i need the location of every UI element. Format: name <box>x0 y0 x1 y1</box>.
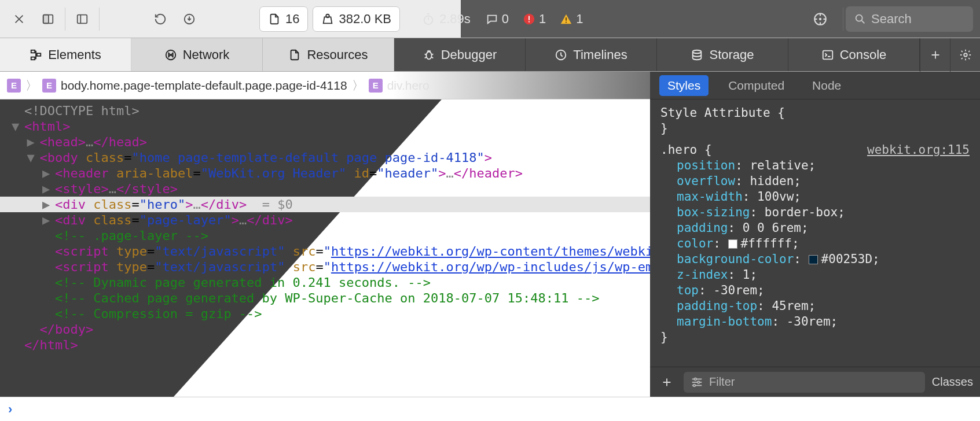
element-badge-icon[interactable]: E <box>369 79 383 93</box>
dom-node-header[interactable]: ▶<header aria-label="WebKit.org Header" … <box>0 165 650 181</box>
elements-icon <box>30 49 42 61</box>
search-input[interactable]: Search <box>846 6 973 32</box>
dom-node-body[interactable]: ▼<body class="home page-template-default… <box>0 150 650 165</box>
css-declaration[interactable]: max-width: 100vw; <box>660 189 970 205</box>
svg-point-28 <box>698 381 700 383</box>
tab-console[interactable]: Console <box>788 38 920 71</box>
svg-point-21 <box>693 50 702 53</box>
breadcrumb-div[interactable]: div.hero <box>387 79 430 93</box>
network-icon <box>164 49 177 61</box>
dom-tree[interactable]: <!DOCTYPE html> ▼<html> ▶<head>…</head> … <box>0 99 650 397</box>
chevron-right-icon: 〉 <box>352 77 364 94</box>
styles-tab-styles[interactable]: Styles <box>659 75 709 96</box>
css-declaration[interactable]: position: relative; <box>660 158 970 173</box>
svg-point-29 <box>693 384 696 386</box>
message-icon <box>486 13 498 25</box>
settings-button[interactable] <box>950 38 980 72</box>
errors-badge[interactable]: 1 <box>516 12 553 27</box>
tab-network[interactable]: Network <box>131 38 263 71</box>
document-icon <box>268 13 281 25</box>
top-toolbar: 16 382.0 KB 2.89s 0 1 1 Search <box>0 0 980 38</box>
svg-rect-17 <box>37 53 41 56</box>
styles-sidebar: Styles Computed Node Style Attribute { }… <box>650 99 980 397</box>
element-badge-icon[interactable]: E <box>42 79 56 93</box>
toggle-left-sidebar-button[interactable] <box>68 6 97 32</box>
svg-point-13 <box>820 18 821 19</box>
search-placeholder: Search <box>871 12 912 27</box>
warning-icon <box>560 13 572 25</box>
tab-resources[interactable]: Resources <box>263 38 394 71</box>
tab-debugger[interactable]: Debugger <box>394 38 526 71</box>
tab-timelines[interactable]: Timelines <box>526 38 657 71</box>
css-declaration[interactable]: overflow: hidden; <box>660 173 970 189</box>
dom-node-pagelayer[interactable]: ▶<div class="page-layer">…</div> <box>0 212 650 228</box>
load-time-value: 2.89s <box>439 12 471 27</box>
element-badge-icon[interactable]: E <box>7 79 21 93</box>
stopwatch-icon <box>422 13 435 25</box>
debugger-icon <box>423 49 435 61</box>
dom-node-script2[interactable]: <script type="text/javascript" src="http… <box>0 259 650 275</box>
transfer-size-value: 382.0 KB <box>339 12 391 27</box>
reload-button[interactable] <box>146 6 175 32</box>
svg-rect-8 <box>528 16 530 20</box>
svg-rect-10 <box>566 17 567 21</box>
tab-storage[interactable]: Storage <box>657 38 788 71</box>
console-caret-icon: › <box>8 402 12 417</box>
add-tab-button[interactable] <box>920 38 950 72</box>
css-declaration[interactable]: z-index: 1; <box>660 267 970 283</box>
css-declaration[interactable]: background-color: #00253D; <box>660 252 970 267</box>
errors-count: 1 <box>539 12 546 27</box>
styles-tab-computed[interactable]: Computed <box>720 75 792 96</box>
css-declaration[interactable]: color: #ffffff; <box>660 236 970 252</box>
main-area: <!DOCTYPE html> ▼<html> ▶<head>…</head> … <box>0 99 980 397</box>
tab-elements[interactable]: Elements <box>0 38 131 71</box>
timelines-icon <box>555 49 567 61</box>
svg-rect-2 <box>78 14 87 23</box>
filter-icon <box>691 376 703 389</box>
weight-icon <box>321 13 334 25</box>
svg-rect-22 <box>823 50 832 59</box>
warnings-count: 1 <box>576 12 583 27</box>
warnings-badge[interactable]: 1 <box>553 12 590 27</box>
messages-badge[interactable]: 0 <box>479 12 516 27</box>
dom-node-hero[interactable]: ▶<div class="hero">…</div> = $0 <box>0 197 650 212</box>
svg-rect-1 <box>43 14 49 23</box>
svg-point-5 <box>326 14 330 17</box>
classes-toggle[interactable]: Classes <box>932 375 973 389</box>
svg-rect-15 <box>31 50 35 53</box>
messages-count: 0 <box>502 12 509 27</box>
dom-node-style[interactable]: ▶<style>…</style> <box>0 181 650 197</box>
storage-icon <box>691 49 703 61</box>
console-prompt[interactable]: › <box>0 397 980 421</box>
close-button[interactable] <box>5 6 34 32</box>
svg-point-23 <box>964 53 967 57</box>
svg-point-27 <box>694 378 696 380</box>
new-rule-button[interactable] <box>657 372 677 392</box>
error-icon <box>523 13 535 25</box>
transfer-size-pill[interactable]: 382.0 KB <box>313 6 400 32</box>
css-declaration[interactable]: padding: 0 0 6rem; <box>660 220 970 236</box>
styles-rules[interactable]: Style Attribute { } .hero {webkit.org:11… <box>650 99 980 367</box>
source-link[interactable]: webkit.org:115 <box>867 142 970 158</box>
svg-rect-11 <box>566 21 567 23</box>
dom-node-script1[interactable]: <script type="text/javascript" src="http… <box>0 243 650 259</box>
search-icon <box>854 13 867 25</box>
dom-node-head[interactable]: ▶<head>…</head> <box>0 134 650 150</box>
css-declaration[interactable]: top: -30rem; <box>660 283 970 298</box>
inspect-element-button[interactable] <box>800 6 840 32</box>
styles-filter-input[interactable]: Filter <box>684 372 925 393</box>
file-count-value: 16 <box>285 12 299 27</box>
dock-side-button[interactable] <box>34 6 63 32</box>
css-declaration[interactable]: box-sizing: border-box; <box>660 205 970 220</box>
styles-tab-node[interactable]: Node <box>804 75 849 96</box>
css-declaration[interactable]: margin-bottom: -30rem; <box>660 314 970 330</box>
svg-rect-16 <box>31 57 35 60</box>
css-declaration[interactable]: padding-top: 45rem; <box>660 298 970 314</box>
svg-rect-9 <box>528 21 530 22</box>
breadcrumb-body[interactable]: body.home.page-template-default.page.pag… <box>61 79 347 93</box>
download-button[interactable] <box>175 6 204 32</box>
chevron-right-icon: 〉 <box>25 77 38 94</box>
load-time-metric[interactable]: 2.89s <box>414 12 479 27</box>
file-count-pill[interactable]: 16 <box>259 6 308 32</box>
panel-tabs: Elements Network Resources Debugger Time… <box>0 38 980 72</box>
